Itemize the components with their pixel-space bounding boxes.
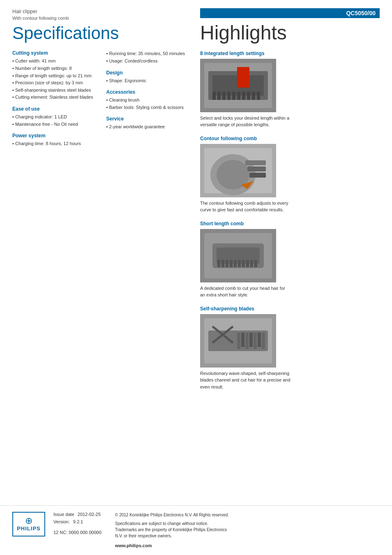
svg-rect-13	[252, 92, 255, 100]
highlight-title-2: Contour following comb	[200, 136, 380, 141]
svg-rect-31	[234, 260, 237, 267]
accessories-title: Accessories	[106, 89, 188, 95]
service-list: 2-year worldwide guarantee	[106, 123, 188, 131]
highlight-desc-2: The contour following comb adjusts to ev…	[200, 200, 291, 213]
spec-section-design: Design Shape: Ergonomic	[106, 70, 188, 85]
svg-rect-19	[245, 160, 266, 165]
highlight-desc-4: Revolutionary wave-shaped, self-sharpeni…	[200, 370, 291, 391]
right-column: QC5050/00 Highlights 8 integrated length…	[196, 8, 380, 497]
spec-item: Cleaning brush	[106, 97, 188, 104]
svg-rect-43	[241, 333, 244, 347]
issue-date-row: Issue date 2012-02-25	[53, 512, 107, 517]
svg-rect-27	[217, 260, 220, 267]
spec-item: Cutting element: Stainless steel blades	[12, 94, 94, 101]
main-content: Hair clipper With contour following comb…	[0, 0, 392, 505]
svg-rect-9	[232, 92, 235, 100]
highlight-image-4	[200, 314, 276, 368]
highlight-image-2	[200, 144, 276, 197]
spec-item: Charging time: 8 hours, 12 hours	[12, 140, 94, 148]
spec-item: Maintenance free - No Oil need	[12, 121, 94, 128]
svg-rect-47	[258, 333, 261, 347]
specs-col2: Running time: 35 minutes, 50 minutes Usa…	[106, 50, 188, 152]
svg-rect-45	[249, 333, 253, 347]
spec-item: Running time: 35 minutes, 50 minutes	[106, 50, 188, 58]
spec-section-ease: Ease of use Charging indicator: 1 LED Ma…	[12, 106, 94, 128]
svg-rect-11	[242, 92, 245, 100]
svg-rect-46	[254, 333, 257, 349]
svg-rect-5	[212, 92, 216, 100]
version-value: 9.2.1	[73, 519, 83, 524]
spec-item: Range of length settings: up to 21 mm	[12, 72, 94, 80]
spec-item: Cutter width: 41 mm	[12, 58, 94, 65]
highlight-title-3: Short length comb	[200, 221, 380, 227]
specs-col1: Cutting system Cutter width: 41 mm Numbe…	[12, 50, 94, 152]
specifications-title: Specifications	[12, 24, 188, 43]
svg-rect-6	[217, 92, 221, 100]
svg-rect-35	[250, 260, 253, 267]
nc-label: 12 NC:	[53, 530, 67, 535]
service-title: Service	[106, 116, 188, 122]
philips-shield-icon: ⊕	[25, 516, 32, 525]
svg-rect-21	[249, 173, 266, 178]
spec-item: Barber tools: Styling comb & scissors	[106, 104, 188, 111]
spec-section-cutting: Cutting system Cutter width: 41 mm Numbe…	[12, 50, 94, 101]
svg-rect-14	[257, 92, 260, 100]
spec-section-runtime: Running time: 35 minutes, 50 minutes Usa…	[106, 50, 188, 65]
website: www.philips.com	[115, 542, 230, 549]
power-system-list: Charging time: 8 hours, 12 hours	[12, 140, 94, 148]
highlight-self-sharpening: Self-sharpening blades	[200, 306, 380, 391]
svg-rect-10	[237, 92, 240, 100]
highlight-contour-comb: Contour following comb	[200, 136, 380, 213]
cutting-system-list: Cutter width: 41 mm Number of length set…	[12, 58, 94, 101]
svg-rect-32	[238, 260, 241, 267]
highlight-short-comb: Short length comb	[200, 221, 380, 298]
spec-item: Precision (size of steps): by 3 mm	[12, 79, 94, 87]
footer-legal: © 2012 Koninklijke Philips Electronics N…	[115, 512, 230, 549]
ease-of-use-list: Charging indicator: 1 LED Maintenance fr…	[12, 113, 94, 128]
page: Hair clipper With contour following comb…	[0, 0, 392, 555]
spec-item: Number of length settings: 8	[12, 65, 94, 72]
highlights-title: Highlights	[200, 22, 380, 44]
power-system-title: Power system	[12, 133, 94, 139]
specs-columns: Cutting system Cutter width: 41 mm Numbe…	[12, 50, 188, 152]
svg-rect-8	[227, 92, 231, 100]
highlight-image-1	[200, 59, 276, 112]
svg-rect-12	[247, 92, 250, 100]
philips-logo: ⊕ PHILIPS	[12, 512, 45, 536]
product-subtitle: With contour following comb	[12, 15, 188, 21]
svg-rect-7	[222, 92, 226, 100]
svg-rect-4	[237, 67, 249, 88]
nc-value: 0000 000 00000	[69, 530, 101, 535]
product-category: Hair clipper	[12, 8, 188, 15]
issue-date-label: Issue date	[53, 512, 74, 517]
accessories-list: Cleaning brush Barber tools: Styling com…	[106, 97, 188, 111]
highlight-desc-3: A dedicated comb to cut your head hair f…	[200, 285, 291, 298]
spec-item: Charging indicator: 1 LED	[12, 113, 94, 121]
design-list: Shape: Ergonomic	[106, 77, 188, 85]
product-label: Hair clipper With contour following comb	[12, 8, 188, 21]
svg-rect-29	[226, 260, 228, 267]
spec-item: Shape: Ergonomic	[106, 77, 188, 85]
footer-meta: Issue date 2012-02-25 Version: 9.2.1 12 …	[53, 512, 107, 535]
svg-rect-34	[246, 260, 249, 267]
svg-rect-28	[221, 260, 224, 267]
issue-date-value: 2012-02-25	[78, 512, 101, 517]
svg-rect-48	[262, 333, 265, 349]
highlight-integrated-length: 8 integrated length settings	[200, 51, 380, 128]
runtime-list: Running time: 35 minutes, 50 minutes Usa…	[106, 50, 188, 65]
left-column: Hair clipper With contour following comb…	[12, 8, 196, 497]
spec-item: Usage: Corded/cordless	[106, 58, 188, 65]
nc-row: 12 NC: 0000 000 00000	[53, 530, 107, 535]
svg-rect-44	[245, 333, 249, 349]
spec-section-service: Service 2-year worldwide guarantee	[106, 116, 188, 131]
svg-rect-20	[247, 166, 266, 171]
model-header: QC5050/00	[200, 8, 380, 18]
svg-rect-33	[242, 260, 245, 267]
ease-of-use-title: Ease of use	[12, 106, 94, 112]
cutting-system-title: Cutting system	[12, 50, 94, 56]
svg-rect-36	[254, 260, 257, 267]
spec-section-accessories: Accessories Cleaning brush Barber tools:…	[106, 89, 188, 111]
design-title: Design	[106, 70, 188, 76]
highlight-title-4: Self-sharpening blades	[200, 306, 380, 312]
spec-section-power: Power system Charging time: 8 hours, 12 …	[12, 133, 94, 148]
